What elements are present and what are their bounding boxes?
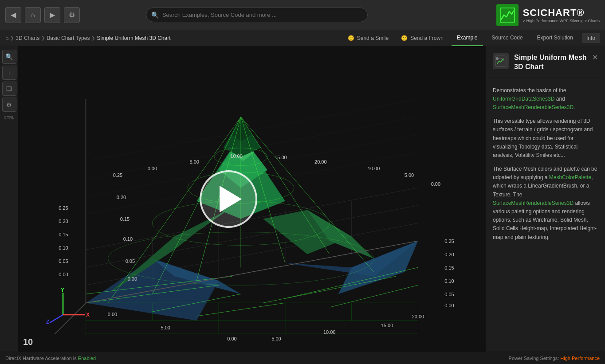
settings-tool-button[interactable]: ⚙ [2,98,16,112]
svg-text:0.15: 0.15 [444,265,454,270]
play-icon [220,186,242,212]
svg-text:X: X [86,312,90,318]
svg-text:20.00: 20.00 [314,159,326,164]
frown-icon: 🙁 [401,35,408,41]
svg-text:0.00: 0.00 [444,303,454,308]
left-toolbar: 🔍 + ❑ ⚙ CTRL [0,46,19,352]
status-right: Power Saving Settings: High Performance [509,356,600,361]
home-breadcrumb-icon[interactable]: ⌂ [5,35,8,41]
svg-text:Z: Z [46,319,49,324]
search-icon: 🔍 [151,12,159,19]
svg-text:0.25: 0.25 [444,239,454,244]
forward-button[interactable]: ▶ [44,7,60,23]
plus-icon: + [7,69,11,76]
fullscreen-icon: ❑ [6,85,12,92]
link-surface-mesh-1[interactable]: SurfaceMeshRenderableSeries3D [493,104,574,110]
play-button[interactable] [200,170,257,228]
axis-indicator: Y X Z [45,288,90,325]
search-zoom-icon: 🔍 [5,53,13,60]
svg-text:10.00: 10.00 [230,153,242,159]
breadcrumb: ⌂ ❯ 3D Charts ❯ Basic Chart Types ❯ Simp… [5,35,171,41]
tab-example[interactable]: Example [452,30,483,46]
svg-text:0.05: 0.05 [59,258,68,264]
svg-text:0.00: 0.00 [431,181,440,187]
brand: SCICHART® > High Performance WPF Silverl… [523,7,600,23]
brand-tagline: > High Performance WPF Silverlight Chart… [523,19,600,23]
chart-area[interactable]: 0.00 5.00 0.00 5.00 10.00 15.00 20.00 0.… [19,46,485,352]
ctrl-label: CTRL [4,115,15,120]
svg-text:0.10: 0.10 [59,245,68,250]
svg-text:0.00: 0.00 [227,336,236,341]
close-panel-button[interactable]: ✕ [592,53,598,62]
svg-text:5.00: 5.00 [405,172,414,178]
settings-icon: ⚙ [6,101,12,108]
breadcrumb-sep-3: ❯ [91,35,95,40]
panel-header: Simple Uniform Mesh 3D Chart ✕ [486,46,605,79]
top-navigation: ◀ ⌂ ▶ ⚙ 🔍 SCICHART® > High Performance W… [0,0,605,30]
brand-name: SCICHART® [523,7,600,19]
svg-text:0.05: 0.05 [444,292,454,297]
status-right-text: Power Saving Settings: [509,356,561,361]
status-left-text: DirectX Hardware Acceleration is [5,356,78,361]
svg-line-98 [50,315,63,323]
link-surface-mesh-2[interactable]: SurfaceMeshRenderableSeries3D [493,200,574,206]
svg-text:0.10: 0.10 [123,236,133,242]
home-button[interactable]: ⌂ [25,7,41,23]
settings-button[interactable]: ⚙ [64,7,80,23]
breadcrumb-sep-2: ❯ [41,35,45,40]
link-mesh-color-palette[interactable]: MeshColorPalette [549,174,591,180]
svg-text:0.15: 0.15 [120,216,130,222]
svg-text:5.00: 5.00 [271,336,281,341]
forward-icon: ▶ [50,11,55,19]
svg-text:20.00: 20.00 [412,314,424,319]
status-bar: DirectX Hardware Acceleration is Enabled… [0,352,605,364]
tab-source-code[interactable]: Source Code [487,30,528,46]
fullscreen-tool-button[interactable]: ❑ [2,82,16,96]
svg-text:0.00: 0.00 [59,272,68,277]
breadcrumb-3d-charts[interactable]: 3D Charts [16,35,39,41]
svg-text:0.20: 0.20 [444,252,454,257]
svg-text:Y: Y [61,288,64,293]
main-area: 🔍 + ❑ ⚙ CTRL [0,46,605,352]
breadcrumb-actions: 🙂 Send a Smile 🙁 Send a Frown Example So… [343,30,600,46]
svg-text:15.00: 15.00 [275,155,287,160]
search-bar: 🔍 [146,8,368,22]
tab-info[interactable]: Info [582,33,600,43]
svg-text:5.00: 5.00 [161,325,170,330]
search-input[interactable] [146,8,368,22]
svg-text:0.10: 0.10 [444,278,454,284]
add-tool-button[interactable]: + [2,66,16,80]
logo-icon [496,4,519,26]
svg-text:10.00: 10.00 [323,329,335,335]
breadcrumb-sep-1: ❯ [10,35,14,40]
tab-export-solution[interactable]: Export Solution [532,30,578,46]
link-uniform-grid[interactable]: UniformGridDataSeries3D [493,96,554,102]
svg-text:0.20: 0.20 [59,219,68,224]
svg-text:0.25: 0.25 [113,172,122,178]
zoom-tool-button[interactable]: 🔍 [2,50,16,64]
back-icon: ◀ [11,11,16,19]
svg-text:0.05: 0.05 [126,258,135,264]
send-frown-button[interactable]: 🙁 Send a Frown [397,33,448,43]
gear-icon: ⚙ [69,11,75,19]
send-smile-label: Send a Smile [357,35,389,41]
svg-text:0.00: 0.00 [148,166,157,171]
description-2: This versatile type allows rendering of … [493,117,598,160]
svg-text:15.00: 15.00 [381,323,393,328]
svg-text:10.00: 10.00 [368,166,380,171]
description-1: Demonstrates the basics of the UniformGr… [493,86,598,112]
status-left: DirectX Hardware Acceleration is Enabled [5,356,96,361]
svg-text:0.15: 0.15 [59,232,68,237]
send-frown-label: Send a Frown [410,35,444,41]
panel-content: Demonstrates the basics of the UniformGr… [486,79,605,352]
send-smile-button[interactable]: 🙂 Send a Smile [343,33,393,43]
svg-text:0.25: 0.25 [59,205,68,211]
breadcrumb-bar: ⌂ ❯ 3D Charts ❯ Basic Chart Types ❯ Simp… [0,30,605,46]
svg-text:0.20: 0.20 [117,195,126,200]
svg-text:5.00: 5.00 [190,159,199,164]
breadcrumb-basic-chart-types[interactable]: Basic Chart Types [47,35,90,41]
back-button[interactable]: ◀ [5,7,21,23]
description-3: The Surface Mesh colors and palette can … [493,165,598,242]
status-enabled-badge: Enabled [78,356,96,361]
breadcrumb-current: Simple Uniform Mesh 3D Chart [97,35,170,41]
